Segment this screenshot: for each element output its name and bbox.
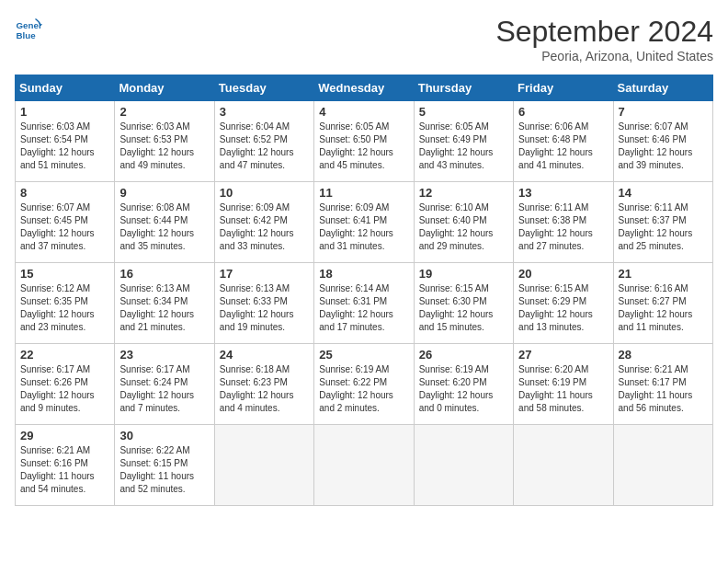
col-sunday: Sunday xyxy=(16,75,115,101)
day-number: 28 xyxy=(619,348,708,362)
col-monday: Monday xyxy=(115,75,214,101)
header-row: Sunday Monday Tuesday Wednesday Thursday… xyxy=(16,75,713,101)
day-cell-22: 22 Sunrise: 6:17 AM Sunset: 6:26 PM Dayl… xyxy=(16,344,115,425)
day-number: 30 xyxy=(119,429,209,442)
day-number: 2 xyxy=(119,105,209,119)
empty-cell xyxy=(414,425,513,506)
day-number: 23 xyxy=(119,348,209,362)
day-number: 3 xyxy=(220,105,309,119)
cell-info: Sunrise: 6:11 AM Sunset: 6:37 PM Dayligh… xyxy=(619,201,708,253)
day-number: 22 xyxy=(20,348,109,362)
day-number: 11 xyxy=(319,186,408,200)
cell-info: Sunrise: 6:12 AM Sunset: 6:35 PM Dayligh… xyxy=(20,282,109,334)
cell-info: Sunrise: 6:19 AM Sunset: 6:22 PM Dayligh… xyxy=(319,363,408,415)
day-number: 5 xyxy=(419,105,508,119)
day-cell-18: 18 Sunrise: 6:14 AM Sunset: 6:31 PM Dayl… xyxy=(314,263,414,344)
calendar-week-0: 1 Sunrise: 6:03 AM Sunset: 6:54 PM Dayli… xyxy=(16,101,713,182)
cell-info: Sunrise: 6:21 AM Sunset: 6:16 PM Dayligh… xyxy=(20,444,109,496)
day-cell-13: 13 Sunrise: 6:11 AM Sunset: 6:38 PM Dayl… xyxy=(514,182,613,263)
empty-cell xyxy=(613,425,712,506)
cell-info: Sunrise: 6:15 AM Sunset: 6:29 PM Dayligh… xyxy=(518,282,608,334)
day-cell-10: 10 Sunrise: 6:09 AM Sunset: 6:42 PM Dayl… xyxy=(214,182,313,263)
day-cell-30: 30 Sunrise: 6:22 AM Sunset: 6:15 PM Dayl… xyxy=(115,425,214,506)
cell-info: Sunrise: 6:18 AM Sunset: 6:23 PM Dayligh… xyxy=(220,363,309,415)
day-number: 4 xyxy=(319,105,408,119)
day-number: 10 xyxy=(220,186,309,200)
title-area: September 2024 Peoria, Arizona, United S… xyxy=(495,15,713,63)
svg-text:Blue: Blue xyxy=(17,30,37,40)
cell-info: Sunrise: 6:17 AM Sunset: 6:26 PM Dayligh… xyxy=(20,363,109,415)
day-number: 25 xyxy=(319,348,408,362)
cell-info: Sunrise: 6:06 AM Sunset: 6:48 PM Dayligh… xyxy=(518,121,608,172)
logo-icon: General Blue xyxy=(15,15,42,42)
cell-info: Sunrise: 6:22 AM Sunset: 6:15 PM Dayligh… xyxy=(119,444,209,496)
calendar-week-1: 8 Sunrise: 6:07 AM Sunset: 6:45 PM Dayli… xyxy=(16,182,713,263)
day-cell-7: 7 Sunrise: 6:07 AM Sunset: 6:46 PM Dayli… xyxy=(613,101,712,182)
cell-info: Sunrise: 6:15 AM Sunset: 6:30 PM Dayligh… xyxy=(419,282,508,334)
day-number: 18 xyxy=(319,267,408,281)
day-cell-14: 14 Sunrise: 6:11 AM Sunset: 6:37 PM Dayl… xyxy=(613,182,712,263)
day-cell-17: 17 Sunrise: 6:13 AM Sunset: 6:33 PM Dayl… xyxy=(214,263,313,344)
calendar-week-4: 29 Sunrise: 6:21 AM Sunset: 6:16 PM Dayl… xyxy=(16,425,713,506)
day-cell-23: 23 Sunrise: 6:17 AM Sunset: 6:24 PM Dayl… xyxy=(115,344,214,425)
cell-info: Sunrise: 6:11 AM Sunset: 6:38 PM Dayligh… xyxy=(518,201,608,253)
logo: General Blue xyxy=(15,15,42,42)
day-number: 17 xyxy=(220,267,309,281)
day-cell-27: 27 Sunrise: 6:20 AM Sunset: 6:19 PM Dayl… xyxy=(514,344,613,425)
calendar-week-2: 15 Sunrise: 6:12 AM Sunset: 6:35 PM Dayl… xyxy=(16,263,713,344)
day-number: 15 xyxy=(20,267,109,281)
day-cell-29: 29 Sunrise: 6:21 AM Sunset: 6:16 PM Dayl… xyxy=(16,425,115,506)
day-cell-28: 28 Sunrise: 6:21 AM Sunset: 6:17 PM Dayl… xyxy=(613,344,712,425)
day-cell-9: 9 Sunrise: 6:08 AM Sunset: 6:44 PM Dayli… xyxy=(115,182,214,263)
col-saturday: Saturday xyxy=(613,75,712,101)
day-cell-8: 8 Sunrise: 6:07 AM Sunset: 6:45 PM Dayli… xyxy=(16,182,115,263)
day-number: 27 xyxy=(518,348,608,362)
day-cell-26: 26 Sunrise: 6:19 AM Sunset: 6:20 PM Dayl… xyxy=(414,344,513,425)
cell-info: Sunrise: 6:16 AM Sunset: 6:27 PM Dayligh… xyxy=(619,282,708,334)
cell-info: Sunrise: 6:03 AM Sunset: 6:54 PM Dayligh… xyxy=(20,121,109,172)
col-wednesday: Wednesday xyxy=(314,75,414,101)
cell-info: Sunrise: 6:05 AM Sunset: 6:50 PM Dayligh… xyxy=(319,121,408,172)
cell-info: Sunrise: 6:13 AM Sunset: 6:33 PM Dayligh… xyxy=(220,282,309,334)
day-cell-20: 20 Sunrise: 6:15 AM Sunset: 6:29 PM Dayl… xyxy=(514,263,613,344)
day-cell-21: 21 Sunrise: 6:16 AM Sunset: 6:27 PM Dayl… xyxy=(613,263,712,344)
day-number: 7 xyxy=(619,105,708,119)
cell-info: Sunrise: 6:07 AM Sunset: 6:45 PM Dayligh… xyxy=(20,201,109,253)
day-cell-11: 11 Sunrise: 6:09 AM Sunset: 6:41 PM Dayl… xyxy=(314,182,414,263)
cell-info: Sunrise: 6:17 AM Sunset: 6:24 PM Dayligh… xyxy=(119,363,209,415)
day-number: 8 xyxy=(20,186,109,200)
day-cell-12: 12 Sunrise: 6:10 AM Sunset: 6:40 PM Dayl… xyxy=(414,182,513,263)
day-cell-16: 16 Sunrise: 6:13 AM Sunset: 6:34 PM Dayl… xyxy=(115,263,214,344)
col-thursday: Thursday xyxy=(414,75,513,101)
day-number: 6 xyxy=(518,105,608,119)
page-header: General Blue September 2024 Peoria, Ariz… xyxy=(15,15,713,63)
calendar-table: Sunday Monday Tuesday Wednesday Thursday… xyxy=(15,75,713,506)
cell-info: Sunrise: 6:14 AM Sunset: 6:31 PM Dayligh… xyxy=(319,282,408,334)
day-cell-24: 24 Sunrise: 6:18 AM Sunset: 6:23 PM Dayl… xyxy=(214,344,313,425)
col-tuesday: Tuesday xyxy=(214,75,313,101)
cell-info: Sunrise: 6:21 AM Sunset: 6:17 PM Dayligh… xyxy=(619,363,708,415)
day-number: 24 xyxy=(220,348,309,362)
cell-info: Sunrise: 6:13 AM Sunset: 6:34 PM Dayligh… xyxy=(119,282,209,334)
cell-info: Sunrise: 6:09 AM Sunset: 6:41 PM Dayligh… xyxy=(319,201,408,253)
cell-info: Sunrise: 6:09 AM Sunset: 6:42 PM Dayligh… xyxy=(220,201,309,253)
month-title: September 2024 xyxy=(495,15,713,49)
day-number: 14 xyxy=(619,186,708,200)
day-cell-1: 1 Sunrise: 6:03 AM Sunset: 6:54 PM Dayli… xyxy=(16,101,115,182)
location: Peoria, Arizona, United States xyxy=(495,49,713,63)
day-cell-19: 19 Sunrise: 6:15 AM Sunset: 6:30 PM Dayl… xyxy=(414,263,513,344)
day-number: 9 xyxy=(119,186,209,200)
day-number: 26 xyxy=(419,348,508,362)
day-number: 29 xyxy=(20,429,109,442)
cell-info: Sunrise: 6:10 AM Sunset: 6:40 PM Dayligh… xyxy=(419,201,508,253)
day-cell-3: 3 Sunrise: 6:04 AM Sunset: 6:52 PM Dayli… xyxy=(214,101,313,182)
day-cell-25: 25 Sunrise: 6:19 AM Sunset: 6:22 PM Dayl… xyxy=(314,344,414,425)
cell-info: Sunrise: 6:05 AM Sunset: 6:49 PM Dayligh… xyxy=(419,121,508,172)
cell-info: Sunrise: 6:04 AM Sunset: 6:52 PM Dayligh… xyxy=(220,121,309,172)
day-number: 13 xyxy=(518,186,608,200)
col-friday: Friday xyxy=(514,75,613,101)
day-cell-6: 6 Sunrise: 6:06 AM Sunset: 6:48 PM Dayli… xyxy=(514,101,613,182)
day-number: 20 xyxy=(518,267,608,281)
calendar-week-3: 22 Sunrise: 6:17 AM Sunset: 6:26 PM Dayl… xyxy=(16,344,713,425)
empty-cell xyxy=(314,425,414,506)
